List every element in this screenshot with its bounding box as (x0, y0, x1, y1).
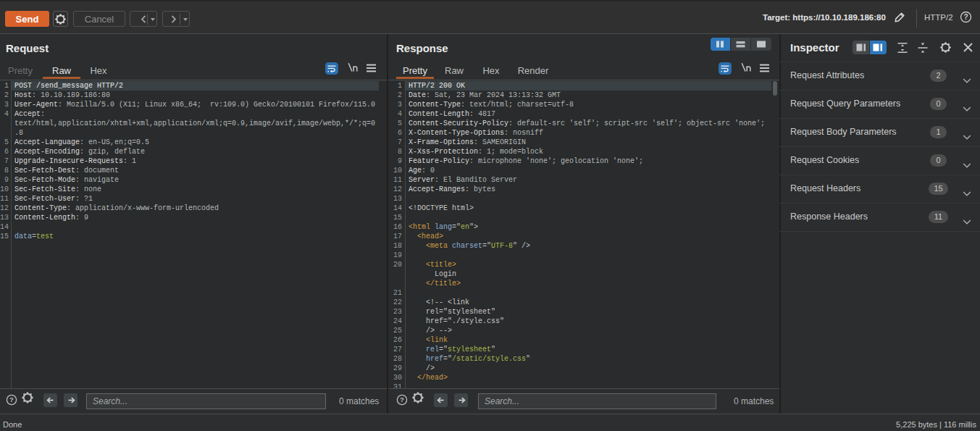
svg-text:?: ? (963, 13, 968, 21)
svg-text:?: ? (400, 396, 404, 403)
svg-text:?: ? (9, 396, 14, 403)
